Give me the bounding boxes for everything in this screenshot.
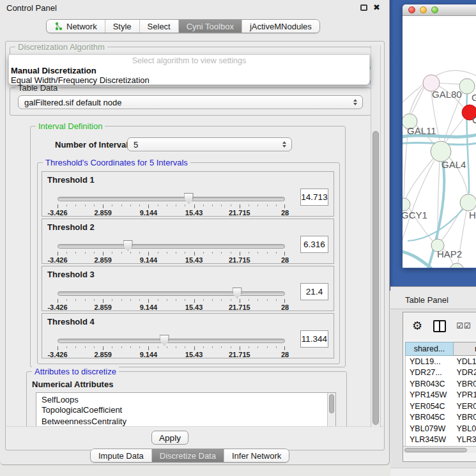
slider-track[interactable] xyxy=(58,339,285,343)
table-row[interactable]: YPR145WYPR1 xyxy=(406,390,476,401)
table-row[interactable]: YBR045CYBR0 xyxy=(406,412,476,424)
network-canvas[interactable]: GAL80 G C GAL11 GAL4 GCY1 H HAP2 xyxy=(403,16,476,268)
node-gcy1[interactable] xyxy=(403,198,410,211)
slider-thumb[interactable] xyxy=(184,193,194,204)
columns-icon[interactable] xyxy=(433,320,446,332)
threshold-3-slider[interactable]: -3.4262.859 9.14415.43 21.71528 xyxy=(58,287,285,310)
slider-major-ticks xyxy=(58,346,285,350)
algorithm-dropdown-popup: Select algorithm to view settings Manual… xyxy=(8,54,370,85)
tab-style[interactable]: Style xyxy=(105,20,140,33)
node-bottom-partial[interactable] xyxy=(450,263,464,268)
select-columns-checkboxes-icon[interactable]: ☑☑ xyxy=(456,321,472,330)
number-of-intervals-combobox[interactable]: 5 xyxy=(127,137,292,151)
tab-network-label: Network xyxy=(66,22,97,31)
tab-select[interactable]: Select xyxy=(140,20,179,33)
threshold-4-slider[interactable]: -3.4262.859 9.14415.43 21.71528 xyxy=(58,334,285,357)
slider-major-ticks xyxy=(58,204,285,208)
table-data-value: galFiltered.sif default node xyxy=(24,98,121,107)
slider-scale-labels: -3.4262.859 9.14415.43 21.71528 xyxy=(58,256,285,264)
interval-definition-title: Interval Definition xyxy=(36,121,105,131)
table-data-group: Table Data galFiltered.sif default node xyxy=(10,88,371,116)
list-item[interactable]: TopologicalCoefficient xyxy=(36,404,335,416)
table-row[interactable]: YDR27...YDR2 xyxy=(406,367,476,379)
slider-track[interactable] xyxy=(58,244,285,249)
tab-infer-network[interactable]: Infer Network xyxy=(224,449,289,462)
tab-impute-data[interactable]: Impute Data xyxy=(91,449,152,462)
float-window-icon[interactable] xyxy=(360,4,367,11)
table-row[interactable]: YBL079WYBL0 xyxy=(406,423,476,434)
slider-thumb[interactable] xyxy=(123,240,133,251)
desktop-background: GAL80 G C GAL11 GAL4 GCY1 H HAP2 xyxy=(390,0,476,291)
tab-network[interactable]: Network xyxy=(47,20,105,33)
close-traffic-light-icon[interactable] xyxy=(408,6,415,13)
slider-track[interactable] xyxy=(58,291,285,296)
popup-option-manual[interactable]: Manual Discretization xyxy=(9,66,369,75)
slider-major-ticks xyxy=(58,252,285,256)
number-of-intervals-label: Number of Intervals xyxy=(55,140,133,150)
tab-jactivemnodules[interactable]: jActiveMNodules xyxy=(242,20,319,33)
threshold-2-slider[interactable]: -3.4262.859 9.14415.43 21.71528 xyxy=(58,240,285,263)
close-icon[interactable]: ✖ xyxy=(373,4,380,11)
table-row[interactable]: YLR345WYLR3 xyxy=(406,434,476,446)
attributes-group-title: Attributes to discretize xyxy=(32,367,119,376)
gear-icon[interactable]: ⚙ xyxy=(412,320,422,332)
settings-vertical-scrollbar[interactable] xyxy=(371,45,381,427)
slider-scale-labels: -3.4262.859 9.14415.43 21.71528 xyxy=(58,351,285,358)
control-panel-titlebar: Control Panel ✖ xyxy=(0,0,389,15)
tab-discretize-data[interactable]: Discretize Data xyxy=(152,449,224,462)
threshold-1-label: Threshold 1 xyxy=(47,175,95,185)
slider-track[interactable] xyxy=(58,197,285,201)
table-horizontal-scrollbar[interactable] xyxy=(403,446,476,453)
thresholds-group: Threshold's Coordinates for 5 Intervals … xyxy=(37,162,340,364)
slider-thumb[interactable] xyxy=(233,288,242,298)
threshold-2-label: Threshold 2 xyxy=(47,222,95,232)
threshold-3-value-field[interactable]: 21.4 xyxy=(300,283,328,300)
slider-thumb[interactable] xyxy=(160,335,169,346)
zoom-traffic-light-icon[interactable] xyxy=(431,6,438,13)
table-horizontal-scrollbar-thumb[interactable] xyxy=(404,448,467,452)
table-data-combobox[interactable]: galFiltered.sif default node xyxy=(18,95,363,109)
table-panel-bottom-strip xyxy=(390,468,476,476)
minimize-traffic-light-icon[interactable] xyxy=(420,6,427,13)
column-header-name[interactable]: n xyxy=(454,342,476,356)
table-row[interactable]: YBR043CYBR0 xyxy=(406,378,476,390)
table-toolbar: ⚙ ☑☑ xyxy=(403,312,476,339)
apply-button[interactable]: Apply xyxy=(151,431,188,445)
threshold-2-box: Threshold 2 -3.4262.859 9.14415.43 21.71… xyxy=(42,219,334,264)
combo-spinner-icon xyxy=(353,99,357,105)
threshold-1-slider[interactable]: -3.4262.859 9.14415.43 21.71528 xyxy=(58,192,285,215)
window-title: Control Panel xyxy=(0,3,57,13)
numerical-attributes-label: Numerical Attributes xyxy=(32,380,113,389)
node-label-gal4: GAL4 xyxy=(441,159,466,170)
table-panel-title: Table Panel xyxy=(405,295,449,305)
tab-cyni-toolbox[interactable]: Cyni Toolbox xyxy=(179,20,242,33)
node-right[interactable] xyxy=(460,194,476,211)
threshold-4-value-field[interactable]: 11.344 xyxy=(300,330,328,348)
threshold-3-label: Threshold 3 xyxy=(47,270,95,279)
cyni-toolbox-panel: Discretization Algorithm Select algorith… xyxy=(5,41,385,450)
node-label-gal80: GAL80 xyxy=(432,89,462,100)
settings-vertical-scrollbar-thumb[interactable] xyxy=(372,131,379,425)
threshold-2-value-field[interactable]: 6.316 xyxy=(300,236,328,253)
popup-placeholder-text: Select algorithm to view settings xyxy=(9,56,369,66)
popup-option-equal-width[interactable]: Equal Width/Frequency Discretization xyxy=(9,75,369,85)
table-panel-card: ⚙ ☑☑ shared... n YDL19...YDL1 YDR27...YD… xyxy=(403,312,476,462)
node-label-gal11: GAL11 xyxy=(407,125,436,136)
combo-spinner-icon xyxy=(282,141,286,148)
network-window-titlebar xyxy=(403,4,476,16)
threshold-1-value-field[interactable]: 14.713 xyxy=(300,188,328,206)
table-row[interactable]: YER054CYER0 xyxy=(406,401,476,412)
cyni-mode-tabs: Impute Data Discretize Data Infer Networ… xyxy=(90,449,289,463)
list-scrollbar-thumb[interactable] xyxy=(329,394,334,413)
threshold-4-box: Threshold 4 -3.4262.859 9.14415.43 21.71… xyxy=(42,313,334,358)
table-row[interactable]: YDL19...YDL1 xyxy=(406,356,476,367)
node-label-partial-h: H xyxy=(469,210,476,220)
settings-footer: Apply xyxy=(6,426,383,449)
slider-scale-labels: -3.4262.859 9.14415.43 21.71528 xyxy=(58,209,285,217)
list-scrollbar[interactable] xyxy=(327,393,335,427)
node-label-partial-c: C xyxy=(472,114,476,125)
threshold-1-box: Threshold 1 -3.4262.859 9.14415.43 21.71… xyxy=(42,171,334,217)
list-item[interactable]: SelfLoops xyxy=(36,393,335,404)
column-header-shared-name[interactable]: shared... xyxy=(405,342,454,356)
node-label-hap2: HAP2 xyxy=(437,249,462,259)
